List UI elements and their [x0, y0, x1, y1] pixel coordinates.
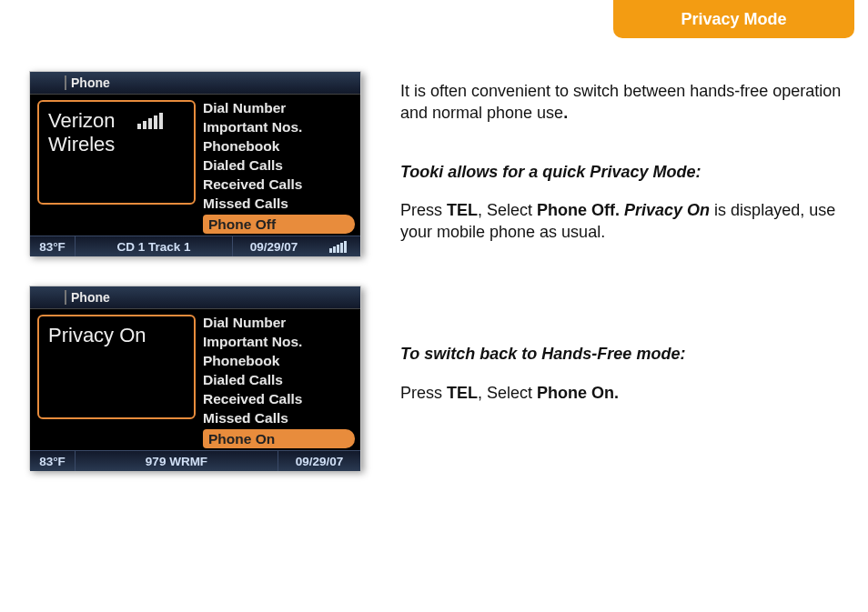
status-bar: 83°F CD 1 Track 1 09/29/07 [30, 236, 360, 256]
subheading-handsfree: To switch back to Hands-Free mode: [400, 343, 846, 365]
header-label: Phone [71, 75, 110, 90]
t-bold: Phone Off. [537, 201, 624, 219]
menu-item[interactable]: Missed Calls [203, 408, 355, 427]
menu-item-selected[interactable]: Phone Off [203, 215, 355, 234]
t-bold: TEL [447, 201, 478, 219]
t-bold: TEL [447, 384, 478, 402]
menu-list: Dial Number Important Nos. Phonebook Dia… [203, 95, 360, 236]
status-media: CD 1 Track 1 [76, 236, 233, 256]
menu-item[interactable]: Missed Calls [203, 194, 355, 213]
header-label: Phone [71, 290, 110, 305]
t-bold: Phone On. [537, 384, 619, 402]
t-bolditalic: Privacy On [624, 201, 710, 219]
menu-item[interactable]: Dial Number [203, 313, 355, 332]
subheading-privacy-mode: Tooki allows for a quick Privacy Mode: [400, 161, 846, 183]
menu-item[interactable]: Important Nos. [203, 117, 355, 136]
status-signal [315, 236, 360, 256]
screen-header: Phone [30, 72, 360, 95]
status-date: 09/29/07 [278, 451, 360, 471]
carrier-line2: Wireles [48, 133, 115, 156]
display-panel: Verizon Wireles [37, 100, 196, 205]
menu-item-selected[interactable]: Phone On [203, 429, 355, 448]
menu-item[interactable]: Dial Number [203, 98, 355, 117]
display-panel: Privacy On [37, 315, 196, 419]
screen-header: Phone [30, 286, 360, 309]
menu-item[interactable]: Phonebook [203, 136, 355, 156]
signal-bars-icon [329, 241, 347, 253]
screenshot-phone-off: Phone Verizon Wireles Dial Number Import… [29, 71, 361, 256]
handsfree-steps: Press TEL, Select Phone On. [400, 382, 846, 404]
status-temp: 83°F [30, 236, 76, 256]
display-text: Privacy On [48, 324, 146, 346]
menu-item[interactable]: Dialed Calls [203, 370, 355, 389]
menu-item[interactable]: Important Nos. [203, 332, 355, 351]
menu-item[interactable]: Dialed Calls [203, 156, 355, 175]
page-title: Privacy Mode [681, 10, 786, 29]
menu-list: Dial Number Important Nos. Phonebook Dia… [203, 309, 360, 450]
carrier-line1: Verizon [48, 109, 115, 132]
status-bar: 83°F 979 WRMF 09/29/07 [30, 450, 360, 471]
status-media: 979 WRMF [76, 451, 278, 471]
instruction-text: It is often convenient to switch between… [400, 80, 846, 420]
screenshot-privacy-on: Phone Privacy On Dial Number Important N… [29, 286, 361, 470]
t: , Select [478, 201, 537, 219]
status-date: 09/29/07 [233, 236, 315, 256]
status-temp: 83°F [30, 451, 76, 471]
intro-text: It is often convenient to switch between… [400, 82, 841, 122]
menu-item[interactable]: Phonebook [203, 351, 355, 370]
menu-item[interactable]: Received Calls [203, 175, 355, 194]
menu-item[interactable]: Received Calls [203, 389, 355, 408]
intro-paragraph: It is often convenient to switch between… [400, 80, 846, 125]
intro-dot: . [563, 104, 568, 122]
privacy-mode-steps: Press TEL, Select Phone Off. Privacy On … [400, 199, 846, 244]
t: Press [400, 384, 447, 402]
signal-bars-icon [137, 113, 163, 129]
t: , Select [478, 384, 537, 402]
page-title-tab: Privacy Mode [613, 0, 854, 38]
t: Press [400, 201, 447, 219]
